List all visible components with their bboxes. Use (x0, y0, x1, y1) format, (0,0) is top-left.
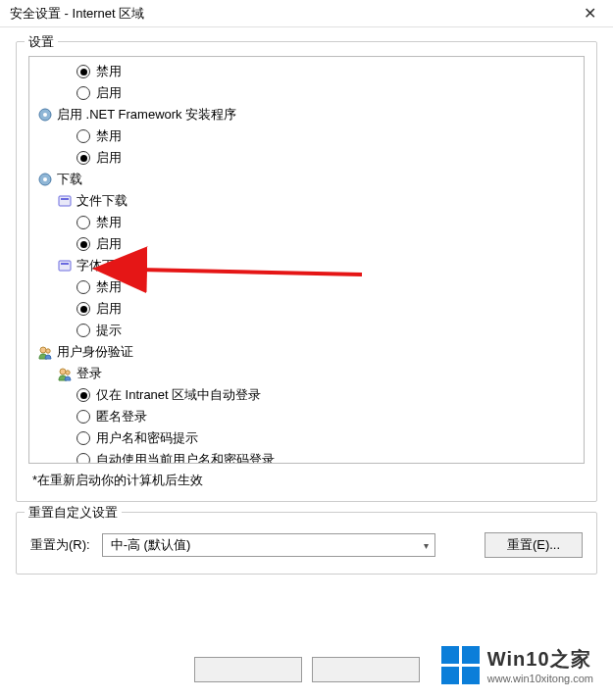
reset-level-value: 中-高 (默认值) (111, 536, 191, 554)
tree-item-label: 禁用 (96, 276, 122, 298)
tree-item-label: 匿名登录 (96, 406, 147, 427)
tree-item-label: 用户身份验证 (57, 341, 133, 363)
restart-note: *在重新启动你的计算机后生效 (28, 472, 585, 489)
tree-category: 用户身份验证 (35, 341, 584, 363)
reset-button[interactable]: 重置(E)... (485, 532, 583, 558)
tree-radio-option[interactable]: 禁用 (35, 276, 584, 298)
tree-item-label: 仅在 Intranet 区域中自动登录 (96, 384, 261, 406)
svg-rect-4 (59, 196, 71, 206)
tree-item-label: 禁用 (96, 125, 122, 147)
radio-icon (77, 65, 90, 78)
radio-icon (77, 410, 90, 424)
tree-item-label: 文件下载 (77, 190, 128, 212)
tree-item-label: 自动使用当前用户名和密码登录 (96, 449, 275, 464)
tree-category: 文件下载 (35, 190, 584, 212)
radio-icon (77, 388, 90, 402)
tree-category: 下载 (35, 169, 584, 190)
radio-icon (77, 302, 90, 316)
svg-point-10 (60, 369, 66, 375)
tree-item-label: 启用 .NET Framework 安装程序 (57, 104, 236, 125)
close-button[interactable]: ✕ (570, 2, 609, 25)
tree-radio-option[interactable]: 启用 (35, 233, 584, 255)
radio-icon (77, 324, 90, 337)
tree-category: 启用 .NET Framework 安装程序 (35, 104, 584, 125)
reset-group-title: 重置自定义设置 (25, 504, 122, 522)
tree-radio-option[interactable]: 启用 (35, 298, 584, 320)
reset-to-label: 重置为(R): (30, 536, 90, 554)
svg-point-11 (66, 371, 70, 375)
radio-icon (77, 216, 90, 229)
radio-icon (77, 151, 90, 165)
ok-button[interactable] (194, 657, 302, 682)
tree-item-label: 字体下载 (77, 255, 128, 276)
watermark-url: www.win10xitong.com (487, 673, 593, 684)
radio-icon (77, 86, 90, 100)
chevron-down-icon: ▾ (424, 540, 429, 551)
titlebar: 安全设置 - Internet 区域 ✕ (0, 0, 613, 27)
tree-radio-option[interactable]: 禁用 (35, 125, 584, 147)
tree-radio-option[interactable]: 禁用 (35, 212, 584, 233)
radio-icon (77, 237, 90, 251)
watermark: Win10之家 www.win10xitong.com (441, 646, 593, 684)
tree-item-label: 提示 (96, 320, 122, 341)
tree-radio-option[interactable]: 启用 (35, 82, 584, 104)
tree-item-label: 登录 (77, 363, 102, 384)
settings-group: 设置 禁用启用启用 .NET Framework 安装程序禁用启用下载文件下载禁… (16, 41, 597, 502)
box-icon (57, 258, 73, 274)
svg-point-8 (40, 347, 46, 353)
svg-point-1 (43, 113, 47, 117)
tree-item-label: 启用 (96, 147, 122, 169)
radio-icon (77, 431, 90, 445)
settings-group-title: 设置 (25, 33, 58, 51)
tree-radio-option[interactable]: 启用 (35, 147, 584, 169)
cancel-button[interactable] (312, 657, 420, 682)
tree-radio-option[interactable]: 仅在 Intranet 区域中自动登录 (35, 384, 584, 406)
svg-rect-7 (61, 263, 69, 265)
tree-item-label: 启用 (96, 82, 122, 104)
windows-logo-icon (441, 646, 480, 684)
tree-item-label: 用户名和密码提示 (96, 427, 198, 449)
watermark-title: Win10之家 (487, 646, 593, 673)
tree-radio-option[interactable]: 匿名登录 (35, 406, 584, 427)
radio-icon (77, 453, 90, 464)
svg-point-9 (46, 349, 50, 353)
tree-category: 字体下载 (35, 255, 584, 276)
tree-item-label: 禁用 (96, 61, 122, 82)
tree-radio-option[interactable]: 自动使用当前用户名和密码登录 (35, 449, 584, 464)
tree-radio-option[interactable]: 禁用 (35, 61, 584, 82)
tree-radio-option[interactable]: 用户名和密码提示 (35, 427, 584, 449)
tree-radio-option[interactable]: 提示 (35, 320, 584, 341)
reset-group: 重置自定义设置 重置为(R): 中-高 (默认值) ▾ 重置(E)... (16, 512, 597, 575)
user-icon (57, 366, 73, 381)
svg-rect-5 (61, 198, 69, 200)
close-icon: ✕ (584, 4, 596, 23)
svg-point-3 (43, 177, 47, 181)
tree-item-label: 启用 (96, 298, 122, 320)
reset-level-select[interactable]: 中-高 (默认值) ▾ (102, 533, 435, 557)
box-icon (57, 193, 73, 209)
gear-icon (37, 172, 53, 187)
settings-tree[interactable]: 禁用启用启用 .NET Framework 安装程序禁用启用下载文件下载禁用启用… (28, 56, 585, 464)
radio-icon (77, 129, 90, 143)
tree-item-label: 禁用 (96, 212, 122, 233)
user-icon (37, 344, 53, 360)
tree-item-label: 下载 (57, 169, 82, 190)
svg-rect-6 (59, 261, 71, 271)
window-title: 安全设置 - Internet 区域 (10, 5, 144, 23)
tree-item-label: 启用 (96, 233, 122, 255)
gear-icon (37, 107, 53, 123)
tree-category: 登录 (35, 363, 584, 384)
radio-icon (77, 280, 90, 294)
